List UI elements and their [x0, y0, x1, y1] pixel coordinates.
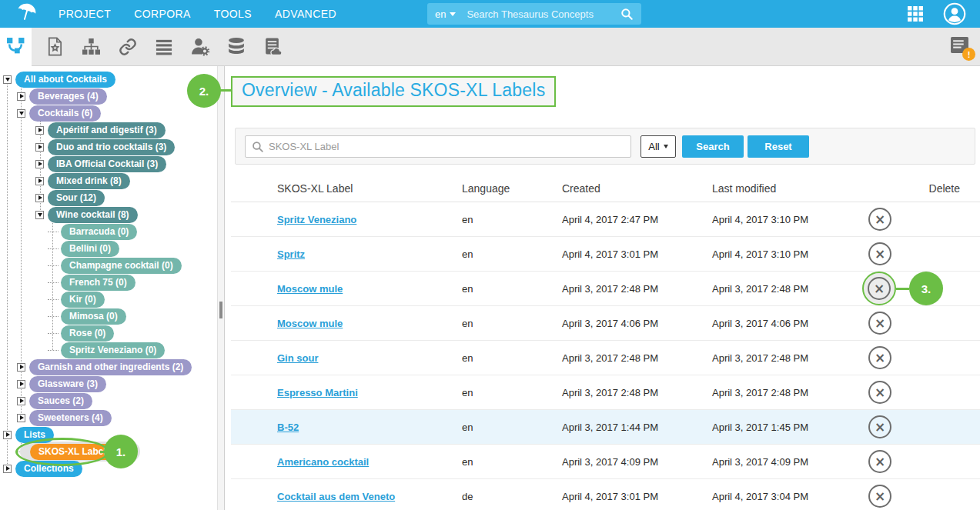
- delete-button[interactable]: ×: [868, 312, 891, 335]
- concept-pill[interactable]: Wine cocktail (8): [48, 207, 138, 223]
- concept-pill[interactable]: Bellini (0): [61, 241, 119, 257]
- delete-button[interactable]: ×: [868, 485, 891, 508]
- delete-x-icon: ×: [875, 352, 885, 365]
- thesaurus-search-input[interactable]: [467, 8, 615, 20]
- app-logo[interactable]: [0, 1, 54, 27]
- list-tool-button[interactable]: [145, 28, 182, 66]
- concept-scheme-pill[interactable]: All about Cocktails: [15, 72, 115, 88]
- menu-corpora[interactable]: CORPORA: [134, 8, 191, 20]
- expand-icon[interactable]: [3, 465, 12, 473]
- concept-scheme-tool-button[interactable]: [0, 28, 32, 66]
- expand-icon[interactable]: [17, 92, 25, 101]
- tree-item-beverages: Beverages (4): [0, 88, 217, 105]
- annotation-step-3: 3.: [909, 272, 943, 305]
- splitter-grip-icon[interactable]: [219, 302, 222, 318]
- concept-pill[interactable]: Garnish and other ingredients (2): [29, 359, 192, 375]
- concept-pill[interactable]: Mimosa (0): [61, 308, 126, 325]
- language-filter-value: All: [648, 141, 659, 152]
- concept-pill[interactable]: IBA Official Cocktail (3): [48, 156, 166, 172]
- expand-icon[interactable]: [3, 431, 12, 439]
- label-link[interactable]: Spritz Veneziano: [277, 214, 356, 225]
- created-cell: April 4, 2017 3:01 PM: [562, 491, 712, 502]
- sidebar-splitter[interactable]: [217, 66, 225, 510]
- delete-button[interactable]: ×: [868, 346, 891, 369]
- chevron-down-icon: [664, 145, 668, 148]
- label-link[interactable]: Moscow mule: [277, 283, 343, 295]
- concept-pill[interactable]: French 75 (0): [61, 275, 135, 291]
- menu-advanced[interactable]: ADVANCED: [275, 8, 336, 20]
- concept-pill[interactable]: Duo and trio cocktails (3): [48, 139, 175, 155]
- label-link[interactable]: Espresso Martini: [277, 387, 358, 398]
- created-cell: April 3, 2017 1:44 PM: [562, 422, 712, 433]
- app-grid-icon[interactable]: [908, 6, 923, 22]
- concept-pill[interactable]: Beverages (4): [29, 88, 107, 105]
- collapse-icon[interactable]: [3, 75, 12, 84]
- tree-item-skos-xl-label: SKOS-XL Label: [0, 443, 217, 460]
- annotation-highlight-box: Overview - Available SKOS-XL Labels: [231, 76, 556, 107]
- expand-icon[interactable]: [35, 160, 44, 168]
- collections-pill[interactable]: Collections: [15, 461, 82, 477]
- concept-pill[interactable]: Sweeteners (4): [29, 410, 112, 426]
- modified-cell: April 4, 2017 3:10 PM: [712, 248, 858, 260]
- reset-button[interactable]: Reset: [748, 135, 809, 158]
- expand-icon[interactable]: [17, 363, 25, 372]
- expand-icon[interactable]: [35, 126, 44, 135]
- expand-icon[interactable]: [17, 414, 25, 422]
- link-tool-button[interactable]: [109, 28, 145, 66]
- concept-pill[interactable]: Barracuda (0): [61, 224, 137, 240]
- hierarchy-tool-button[interactable]: [73, 28, 109, 66]
- delete-button[interactable]: ×: [868, 208, 891, 231]
- expand-icon[interactable]: [17, 397, 25, 405]
- collapse-icon[interactable]: [17, 109, 25, 118]
- repository-cloud-tool-button[interactable]: [254, 28, 290, 66]
- label-link[interactable]: Cocktail aus dem Veneto: [277, 491, 395, 502]
- concept-pill[interactable]: Sauces (2): [29, 393, 92, 409]
- document-star-tool-button[interactable]: [37, 28, 73, 66]
- expand-icon[interactable]: [17, 380, 25, 388]
- report-notification-button[interactable]: !: [950, 36, 969, 57]
- lists-pill[interactable]: Lists: [15, 427, 54, 443]
- tree-connector: [48, 333, 59, 334]
- label-link[interactable]: Moscow mule: [277, 318, 343, 329]
- menu-tools[interactable]: TOOLS: [214, 8, 252, 20]
- label-link[interactable]: B-52: [277, 422, 299, 433]
- language-filter-select[interactable]: All: [641, 135, 676, 158]
- expand-icon[interactable]: [35, 177, 44, 185]
- tree-item-sweeteners: Sweeteners (4): [0, 409, 217, 426]
- concept-pill[interactable]: Apéritif and digestif (3): [48, 122, 166, 138]
- page-title: Overview - Available SKOS-XL Labels: [242, 80, 545, 101]
- concept-pill[interactable]: Cocktails (6): [29, 105, 101, 122]
- tree-connector: [48, 350, 59, 351]
- label-link[interactable]: Americano cocktail: [277, 456, 369, 468]
- tree-item-glassware: Glassware (3): [0, 375, 217, 392]
- delete-button[interactable]: ×: [868, 381, 891, 404]
- delete-button[interactable]: ×: [868, 450, 891, 473]
- modified-cell: April 4, 2017 3:04 PM: [712, 491, 858, 502]
- concept-pill[interactable]: Glassware (3): [29, 376, 106, 392]
- delete-button[interactable]: ×: [868, 242, 891, 265]
- concept-pill[interactable]: Mixed drink (8): [48, 173, 130, 189]
- database-tool-button[interactable]: [218, 28, 254, 66]
- expand-icon[interactable]: [35, 143, 44, 152]
- concept-pill[interactable]: Kir (0): [61, 292, 105, 308]
- delete-button[interactable]: ×: [868, 277, 891, 300]
- skos-xl-label-search-input[interactable]: [245, 135, 631, 158]
- modified-cell: April 3, 2017 2:48 PM: [712, 387, 858, 398]
- search-language-dropdown[interactable]: en: [435, 8, 456, 20]
- user-settings-tool-button[interactable]: [182, 28, 218, 66]
- concept-scheme-icon: [6, 37, 25, 56]
- collapse-icon[interactable]: [35, 211, 44, 219]
- delete-button[interactable]: ×: [868, 415, 891, 438]
- menu-project[interactable]: PROJECT: [59, 8, 111, 20]
- concept-pill[interactable]: Sour (12): [48, 190, 105, 206]
- expand-icon[interactable]: [35, 194, 44, 202]
- search-button[interactable]: Search: [682, 135, 744, 158]
- label-link[interactable]: Spritz: [277, 248, 305, 260]
- search-icon[interactable]: [620, 7, 634, 21]
- skos-xl-label-pill-selected[interactable]: SKOS-XL Label: [30, 444, 115, 460]
- user-avatar-icon[interactable]: [943, 2, 966, 25]
- concept-pill[interactable]: Rose (0): [61, 325, 114, 342]
- label-link[interactable]: Gin sour: [277, 352, 318, 364]
- concept-pill[interactable]: Spritz Veneziano (0): [61, 342, 165, 358]
- concept-pill[interactable]: Champagne cocktail (0): [61, 258, 182, 274]
